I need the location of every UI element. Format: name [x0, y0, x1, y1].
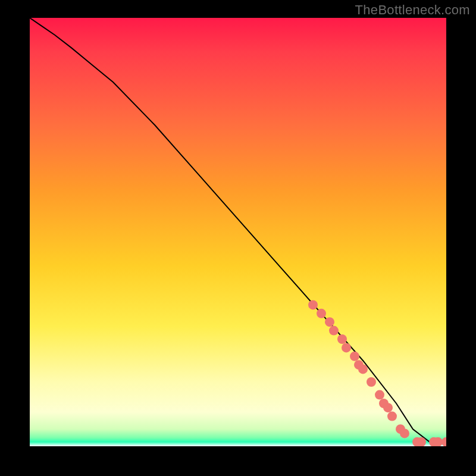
highlight-dot — [383, 403, 393, 412]
highlight-dot — [350, 352, 359, 361]
highlight-dots-group — [308, 300, 446, 446]
highlight-dot — [441, 437, 446, 446]
highlight-dot — [308, 300, 318, 309]
highlight-dot — [387, 412, 397, 421]
highlight-dot — [325, 317, 334, 327]
highlight-dot — [329, 326, 339, 336]
highlight-dot — [375, 390, 384, 400]
chart-overlay — [30, 18, 446, 446]
chart-frame: TheBottleneck.com — [0, 0, 476, 476]
highlight-dot — [337, 334, 347, 344]
highlight-dot — [367, 377, 376, 387]
highlight-dot — [342, 343, 351, 352]
attribution-text: TheBottleneck.com — [355, 2, 470, 18]
highlight-dot — [317, 309, 326, 318]
highlight-dot — [400, 428, 409, 438]
curve-line — [30, 18, 446, 444]
plot-area — [30, 18, 446, 446]
highlight-dot — [358, 364, 368, 374]
